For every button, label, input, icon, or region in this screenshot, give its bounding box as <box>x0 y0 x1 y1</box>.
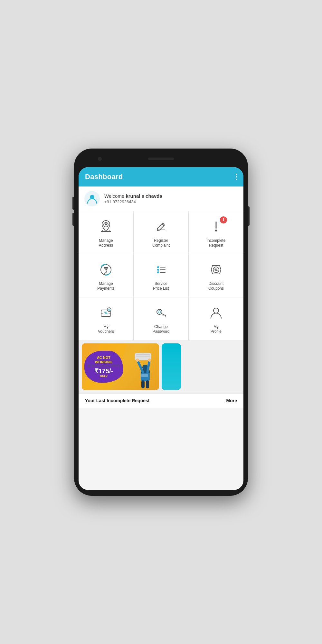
banner-discount-text: @ DISCOUNTED PRICE <box>87 364 120 367</box>
coupon-icon: % <box>208 261 224 278</box>
my-vouchers-label: MyVouchers <box>98 324 114 334</box>
svg-rect-30 <box>136 354 150 355</box>
power-button <box>248 206 250 226</box>
avatar <box>84 191 100 206</box>
manage-payments-label: ManagePayments <box>97 281 114 291</box>
svg-point-24 <box>158 311 161 313</box>
svg-point-38 <box>148 358 151 362</box>
phone-screen: Dashboard Welcome krunal s chavda +91 97… <box>79 167 243 490</box>
camera <box>98 157 102 161</box>
user-info: Welcome krunal s chavda +91 9722926434 <box>104 193 162 204</box>
menu-grid: ManageAddress RegisterComplaint <box>79 211 243 340</box>
grid-item-incomplete-request[interactable]: 1 IncompleteRequest <box>189 211 243 254</box>
list-icon <box>153 261 169 278</box>
volume-up-button <box>72 197 74 210</box>
svg-text:%: % <box>214 268 218 272</box>
svg-rect-41 <box>141 374 148 377</box>
alert-icon: 1 <box>208 218 224 235</box>
svg-text:₹: ₹ <box>105 268 107 272</box>
manage-address-label: ManageAddress <box>99 238 113 248</box>
banner-card-ac[interactable]: AC NOTWORKING @ DISCOUNTED PRICE ₹175/- … <box>82 343 159 390</box>
svg-point-28 <box>213 308 219 313</box>
profile-icon <box>208 304 224 321</box>
svg-rect-39 <box>141 380 145 388</box>
location-icon <box>98 218 114 235</box>
grid-item-manage-payments[interactable]: ₹ ManagePayments <box>79 254 133 297</box>
phone-notch <box>79 154 243 166</box>
grid-item-my-vouchers[interactable]: % % MyVouchers <box>79 297 133 340</box>
footer-bar: Your Last Incomplete Request More <box>79 393 243 408</box>
user-phone: +91 9722926434 <box>104 199 162 204</box>
banner-scroll: AC NOTWORKING @ DISCOUNTED PRICE ₹175/- … <box>82 343 240 390</box>
svg-point-8 <box>215 230 217 231</box>
banner-price: ₹175/- <box>94 367 113 375</box>
volume-down-button <box>72 213 74 226</box>
svg-point-11 <box>157 266 159 268</box>
grid-item-change-password[interactable]: ChangePassword <box>134 297 188 340</box>
banner-worker <box>130 348 156 390</box>
user-welcome-bar: Welcome krunal s chavda +91 9722926434 <box>79 186 243 211</box>
svg-text:%: % <box>108 308 110 312</box>
welcome-text: Welcome krunal s chavda <box>104 193 162 199</box>
banner-section: AC NOTWORKING @ DISCOUNTED PRICE ₹175/- … <box>79 340 243 393</box>
svg-rect-40 <box>146 380 149 388</box>
incomplete-badge: 1 <box>220 216 227 223</box>
svg-rect-31 <box>136 356 150 357</box>
rupee-icon: ₹ <box>98 261 114 278</box>
svg-text:%: % <box>104 311 108 315</box>
menu-button[interactable] <box>236 174 237 180</box>
banner-card-secondary <box>162 343 181 390</box>
phone-frame: Dashboard Welcome krunal s chavda +91 97… <box>74 149 248 496</box>
grid-item-discount-coupons[interactable]: % DiscountCoupons <box>189 254 243 297</box>
footer-title: Your Last Incomplete Request <box>85 398 149 403</box>
pencil-icon <box>153 218 169 235</box>
svg-point-37 <box>136 358 139 362</box>
speaker <box>148 158 174 160</box>
grid-item-my-profile[interactable]: MyProfile <box>189 297 243 340</box>
banner-ac-text: AC NOTWORKING <box>95 356 112 364</box>
register-complaint-label: RegisterComplaint <box>152 238 170 248</box>
grid-item-manage-address[interactable]: ManageAddress <box>79 211 133 254</box>
header-title: Dashboard <box>85 173 123 181</box>
voucher-icon: % % <box>98 304 114 321</box>
my-profile-label: MyProfile <box>211 324 222 334</box>
svg-point-13 <box>157 271 159 273</box>
key-icon <box>153 304 169 321</box>
banner-blob: AC NOTWORKING @ DISCOUNTED PRICE ₹175/- … <box>84 351 123 383</box>
change-password-label: ChangePassword <box>153 324 170 334</box>
service-price-list-label: ServicePrice List <box>153 281 169 291</box>
svg-point-2 <box>105 223 107 225</box>
svg-point-12 <box>157 269 159 271</box>
banner-only: ONLY <box>100 375 108 378</box>
svg-line-35 <box>137 360 143 372</box>
grid-item-register-complaint[interactable]: RegisterComplaint <box>134 211 188 254</box>
discount-coupons-label: DiscountCoupons <box>208 281 224 291</box>
app-header: Dashboard <box>79 167 243 186</box>
footer-more-button[interactable]: More <box>226 398 237 403</box>
grid-item-service-price-list[interactable]: ServicePrice List <box>134 254 188 297</box>
incomplete-request-label: IncompleteRequest <box>207 238 226 248</box>
